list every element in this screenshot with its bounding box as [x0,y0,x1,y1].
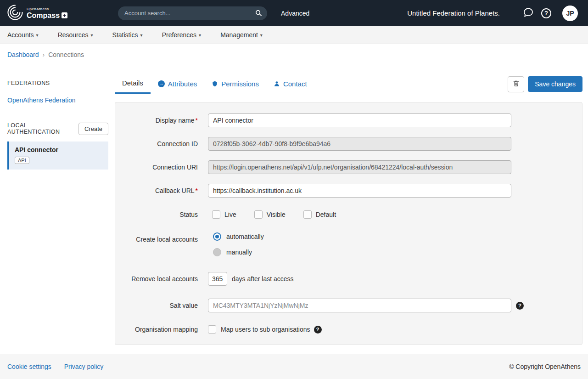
status-live-checkbox[interactable] [212,210,220,219]
federations-heading: FEDERATIONS [7,80,108,86]
create-accounts-manually-radio[interactable] [213,248,221,256]
sidebar: FEDERATIONS OpenAthens Federation LOCAL … [7,65,108,170]
federation-name: Untitled Federation of Planets. [407,9,500,17]
search-icon [255,11,263,18]
chat-bubble-icon [523,7,534,19]
organisation-mapping-checkbox-label: Map users to sub organisations [221,326,310,333]
status-visible-label: Visible [267,211,286,218]
search-button[interactable] [255,9,263,18]
brand-bottom-label: Compass [27,12,60,19]
breadcrumb-separator-icon: › [43,51,45,58]
status-live-label: Live [224,211,236,218]
required-asterisk: * [196,187,198,194]
tab-permissions[interactable]: Permissions [204,74,266,94]
menu-item-management[interactable]: Management ▾ [220,31,263,39]
display-name-input[interactable] [208,113,511,127]
openathens-swirl-icon [6,4,24,23]
connection-type-badge: API [15,157,29,164]
tab-attributes[interactable]: → Attributes [151,74,204,94]
user-avatar[interactable]: JP [562,6,578,21]
sidebar-item-openathens-federation[interactable]: OpenAthens Federation [7,96,76,104]
menu-item-statistics[interactable]: Statistics ▾ [112,31,143,39]
save-changes-button[interactable]: Save changes [528,76,582,92]
menu-item-accounts[interactable]: Accounts ▾ [7,31,39,39]
account-search [118,6,267,20]
connection-uri-input [208,160,511,174]
connection-name: API connector [15,146,103,153]
help-icon: ? [541,8,551,18]
create-accounts-automatically-radio[interactable] [213,232,221,241]
connection-id-label: Connection ID [129,140,198,147]
display-name-label: Display name [156,117,195,124]
brand-top-label: OpenAthens [27,7,67,11]
privacy-policy-link[interactable]: Privacy policy [64,363,104,370]
sidebar-item-api-connector[interactable]: API connector API [7,141,108,170]
cookie-settings-link[interactable]: Cookie settings [7,363,51,370]
breadcrumb-dashboard-link[interactable]: Dashboard [7,51,39,58]
caret-down-icon: ▾ [140,33,143,38]
connection-id-input [208,137,511,151]
breadcrumb-current: Connections [48,51,84,58]
salt-help-icon[interactable]: ? [516,302,524,310]
create-connection-button[interactable]: Create [78,123,108,135]
help-button[interactable]: ? [541,8,551,18]
organisation-mapping-checkbox[interactable] [208,325,216,334]
connection-uri-label: Connection URI [129,164,198,171]
organisation-mapping-label: Organisation mapping [129,326,198,333]
caret-down-icon: ▾ [91,33,93,38]
caret-down-icon: ▾ [36,33,39,38]
status-default-label: Default [316,211,336,218]
callback-url-input[interactable] [208,184,511,198]
automatically-label: automatically [226,233,264,240]
status-visible-checkbox[interactable] [254,210,263,219]
remove-accounts-suffix: days after last access [232,275,294,283]
menu-item-resources[interactable]: Resources ▾ [58,31,93,39]
tab-details[interactable]: Details [115,74,151,94]
plus-icon: + [62,12,67,18]
trash-icon [513,79,520,89]
top-navbar: OpenAthens Compass + Advanced Untitled F… [0,0,588,26]
main-menu: Accounts ▾ Resources ▾ Statistics ▾ Pref… [0,26,588,44]
required-asterisk: * [196,117,198,124]
salt-value-input[interactable] [208,299,511,312]
copyright-text: © Copyright OpenAthens [509,363,581,370]
caret-down-icon: ▾ [199,33,201,38]
account-search-input[interactable] [118,6,267,20]
delete-connection-button[interactable] [508,76,524,92]
page-footer: Cookie settings Privacy policy © Copyrig… [0,354,588,379]
shield-icon [212,80,218,87]
manually-label: manually [226,249,252,256]
callback-url-label: Callback URL [155,187,195,194]
caret-down-icon: ▾ [260,33,263,38]
app-logo[interactable]: OpenAthens Compass + [6,4,67,23]
main-panel: Details → Attributes Permissions Con [115,65,582,345]
status-label: Status [129,211,198,218]
person-icon [274,80,280,87]
organisation-mapping-help-icon[interactable]: ? [314,326,322,334]
tab-contact[interactable]: Contact [266,74,314,94]
menu-item-preferences[interactable]: Preferences ▾ [162,31,202,39]
salt-value-label: Salt value [129,302,198,309]
remove-local-accounts-label: Remove local accounts [129,275,198,283]
status-default-checkbox[interactable] [303,210,312,219]
messages-button[interactable] [523,7,534,19]
create-local-accounts-label: Create local accounts [129,236,198,243]
local-authentication-heading: LOCAL AUTHENTICATION [7,122,78,135]
breadcrumb: Dashboard › Connections [0,44,588,65]
tab-bar: Details → Attributes Permissions Con [115,74,314,94]
arrow-circle-icon: → [158,80,165,87]
remove-accounts-days-input[interactable] [208,272,227,286]
advanced-search-link[interactable]: Advanced [281,10,309,17]
details-form: Display name* Connection ID Connection U… [115,102,582,345]
